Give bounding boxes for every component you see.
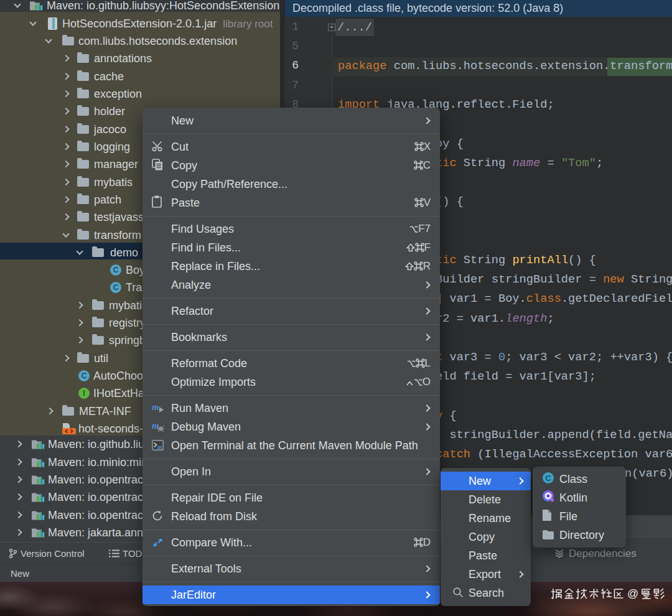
- svg-text:C: C: [545, 474, 551, 483]
- svg-text:m: m: [157, 444, 162, 450]
- svg-text:m: m: [152, 403, 159, 412]
